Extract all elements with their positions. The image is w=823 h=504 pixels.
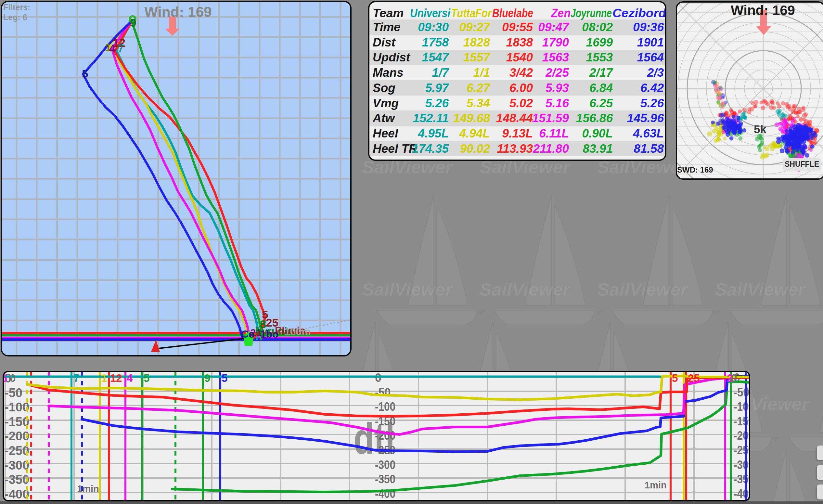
svg-text:4.63L: 4.63L: [633, 127, 664, 140]
svg-text:-300: -300: [375, 458, 395, 472]
svg-text:Leg: 6: Leg: 6: [3, 13, 27, 22]
svg-text:113.93: 113.93: [497, 142, 533, 155]
svg-text:Filters:: Filters:: [3, 3, 30, 12]
svg-text:1553: 1553: [586, 51, 613, 64]
svg-text:2/25: 2/25: [545, 66, 569, 79]
svg-text:-350: -350: [5, 473, 29, 486]
svg-text:5.93: 5.93: [545, 81, 569, 95]
svg-text:1547: 1547: [422, 51, 450, 64]
svg-text:0: 0: [375, 372, 381, 384]
svg-text:152.11: 152.11: [413, 112, 449, 125]
svg-text:TuttaFor: TuttaFor: [451, 6, 492, 20]
svg-text:Zen: Zen: [551, 6, 570, 20]
svg-text:0.90L: 0.90L: [582, 127, 613, 140]
svg-text:08:02: 08:02: [582, 20, 613, 34]
svg-text:5: 5: [221, 372, 227, 384]
svg-text:Updist: Updist: [373, 51, 411, 64]
svg-text:5.26: 5.26: [640, 97, 664, 110]
svg-text:1828: 1828: [463, 36, 490, 49]
svg-text:90.02: 90.02: [460, 142, 490, 155]
svg-text:1758: 1758: [422, 36, 449, 49]
svg-text:Heel: Heel: [373, 127, 398, 140]
svg-text:4.94L: 4.94L: [459, 127, 490, 140]
svg-text:1699: 1699: [586, 36, 613, 49]
svg-text:6.42: 6.42: [640, 81, 664, 95]
svg-text:Mans: Mans: [373, 66, 403, 79]
svg-text:156.86: 156.86: [576, 112, 613, 125]
svg-text:1540: 1540: [506, 51, 533, 64]
svg-text:151.59: 151.59: [532, 112, 569, 125]
svg-text:Wind: 169: Wind: 169: [144, 4, 211, 20]
svg-text:1564: 1564: [637, 51, 664, 64]
svg-text:4.95L: 4.95L: [418, 127, 449, 140]
svg-text:09:55: 09:55: [502, 20, 533, 34]
svg-text:0: 0: [731, 372, 737, 384]
svg-text:6.00: 6.00: [509, 81, 533, 95]
svg-text:5: 5: [144, 372, 149, 384]
svg-text:SailViewer: SailViewer: [597, 279, 688, 300]
svg-text:-200: -200: [5, 429, 29, 443]
svg-text:5.34: 5.34: [467, 97, 490, 110]
svg-text:3/42: 3/42: [509, 66, 533, 79]
svg-text:5.26: 5.26: [425, 97, 449, 110]
svg-text:-100: -100: [375, 400, 395, 413]
svg-text:-400: -400: [5, 487, 29, 500]
svg-text:1563: 1563: [542, 51, 569, 64]
svg-text:SailViewer: SailViewer: [715, 279, 806, 300]
svg-text:100m: 100m: [284, 326, 311, 338]
svg-text:Universi: Universi: [410, 6, 451, 20]
svg-text:-50: -50: [5, 386, 22, 400]
svg-text:Joyrunne: Joyrunne: [570, 6, 612, 20]
svg-text:83.91: 83.91: [583, 142, 613, 155]
svg-text:7: 7: [118, 42, 124, 54]
svg-text:1901: 1901: [637, 36, 664, 49]
svg-text:1min: 1min: [645, 480, 667, 490]
svg-text:-300: -300: [5, 459, 29, 472]
svg-text:Heel TR: Heel TR: [373, 142, 418, 155]
svg-text:148.44: 148.44: [496, 112, 533, 125]
svg-text:09:47: 09:47: [538, 20, 569, 34]
svg-text:174.35: 174.35: [412, 142, 449, 155]
svg-text:Dist: Dist: [373, 36, 396, 49]
svg-text:5k: 5k: [754, 123, 767, 136]
svg-text:1/1: 1/1: [473, 66, 490, 79]
svg-text:6.84: 6.84: [590, 81, 613, 95]
svg-text:Sog: Sog: [373, 81, 395, 95]
svg-text:1: 1: [101, 372, 107, 384]
svg-text:Team: Team: [373, 6, 403, 20]
svg-text:SailViewer: SailViewer: [480, 279, 571, 300]
svg-text:9: 9: [204, 372, 210, 384]
svg-text:-100: -100: [5, 400, 29, 414]
svg-text:1838: 1838: [506, 36, 533, 49]
svg-text:25: 25: [688, 372, 700, 384]
svg-text:81.58: 81.58: [634, 142, 664, 155]
svg-text:-150: -150: [5, 415, 29, 429]
svg-text:-250: -250: [5, 444, 29, 458]
svg-text:5.97: 5.97: [425, 81, 449, 95]
svg-text:6: 6: [4, 372, 7, 384]
svg-text:Bluelabe: Bluelabe: [492, 6, 533, 20]
svg-text:Atw: Atw: [372, 112, 395, 125]
svg-text:9.13L: 9.13L: [502, 127, 533, 140]
svg-text:9: 9: [130, 16, 136, 29]
svg-text:6.25: 6.25: [590, 97, 613, 110]
svg-text:SHUFFLE: SHUFFLE: [785, 160, 819, 168]
svg-text:1790: 1790: [542, 36, 569, 49]
svg-text:7: 7: [73, 372, 79, 384]
svg-text:Time: Time: [373, 20, 400, 34]
svg-text:2/17: 2/17: [589, 66, 614, 79]
svg-text:SailViewer: SailViewer: [362, 279, 453, 300]
svg-text:5: 5: [82, 67, 88, 80]
svg-text:1/7: 1/7: [432, 66, 450, 79]
svg-text:0: 0: [10, 372, 16, 384]
svg-text:Wind: 169: Wind: 169: [731, 3, 795, 18]
svg-text:12: 12: [110, 372, 122, 384]
svg-text:1557: 1557: [463, 51, 491, 64]
svg-text:09:36: 09:36: [633, 20, 664, 34]
svg-text:6.27: 6.27: [467, 81, 491, 95]
svg-text:5.02: 5.02: [509, 97, 533, 110]
svg-text:SWD: 169: SWD: 169: [677, 165, 713, 174]
svg-text:Vmg: Vmg: [373, 97, 399, 110]
svg-text:211.80: 211.80: [533, 142, 569, 155]
svg-text:4: 4: [127, 372, 133, 384]
